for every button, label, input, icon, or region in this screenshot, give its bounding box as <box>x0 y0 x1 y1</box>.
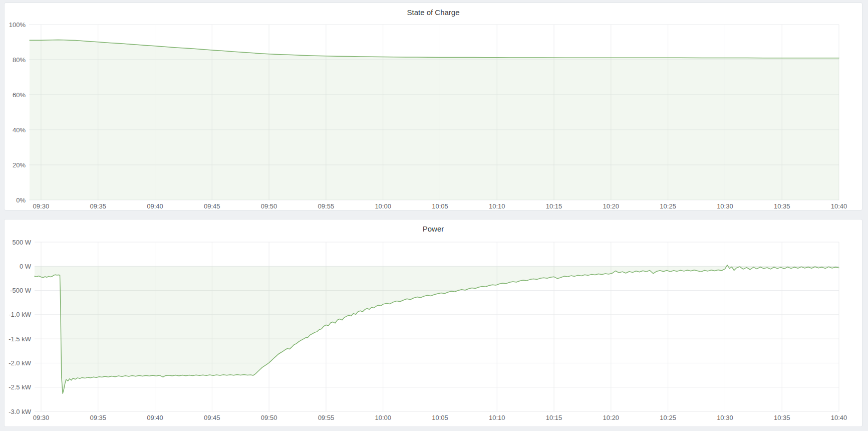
svg-text:-1.5 kW: -1.5 kW <box>9 335 32 343</box>
svg-text:10:05: 10:05 <box>432 414 448 421</box>
svg-text:10:20: 10:20 <box>603 414 620 421</box>
x-axis-labels: 09:3009:3509:4009:4509:5009:5510:0010:05… <box>33 414 847 421</box>
panel-title-power[interactable]: Power <box>5 225 862 233</box>
svg-text:10:35: 10:35 <box>774 414 790 421</box>
y-axis-labels: 100%80%60%40%20%0% <box>9 21 26 204</box>
svg-text:09:40: 09:40 <box>147 414 163 421</box>
svg-text:-500 W: -500 W <box>10 287 32 294</box>
panel-power: Power 500 W0 W-500 W-1.0 kW-1.5 kW-2.0 k… <box>4 219 862 427</box>
svg-text:10:10: 10:10 <box>489 202 505 210</box>
svg-text:09:50: 09:50 <box>261 202 277 210</box>
panel-title-state-of-charge[interactable]: State of Charge <box>5 8 862 17</box>
svg-text:10:05: 10:05 <box>432 202 448 210</box>
svg-text:-2.5 kW: -2.5 kW <box>9 383 32 391</box>
dashboard: State of Charge 100%80%60%40%20%0%09:300… <box>0 0 868 431</box>
svg-text:10:15: 10:15 <box>546 414 562 421</box>
svg-text:10:30: 10:30 <box>717 202 733 210</box>
svg-text:100%: 100% <box>9 21 26 29</box>
svg-text:10:30: 10:30 <box>717 414 733 421</box>
svg-text:09:30: 09:30 <box>33 414 50 421</box>
svg-text:80%: 80% <box>13 56 26 64</box>
state-of-charge-chart[interactable]: 100%80%60%40%20%0%09:3009:3509:4009:4509… <box>5 3 862 210</box>
svg-text:10:25: 10:25 <box>660 414 676 421</box>
svg-text:10:40: 10:40 <box>831 202 847 210</box>
svg-text:09:40: 09:40 <box>147 202 163 210</box>
svg-text:10:25: 10:25 <box>660 202 676 210</box>
svg-text:0%: 0% <box>16 196 26 204</box>
svg-text:09:50: 09:50 <box>261 414 277 421</box>
svg-text:40%: 40% <box>13 126 26 134</box>
svg-text:10:00: 10:00 <box>375 414 391 421</box>
svg-text:09:55: 09:55 <box>318 202 335 210</box>
svg-text:-2.0 kW: -2.0 kW <box>9 359 32 367</box>
series-fill <box>35 265 839 393</box>
svg-text:10:15: 10:15 <box>546 202 562 210</box>
svg-text:10:40: 10:40 <box>831 414 847 421</box>
svg-text:10:00: 10:00 <box>375 202 391 210</box>
svg-text:60%: 60% <box>13 91 26 99</box>
panel-state-of-charge: State of Charge 100%80%60%40%20%0%09:300… <box>4 3 862 210</box>
svg-text:09:45: 09:45 <box>204 414 220 421</box>
svg-text:09:35: 09:35 <box>90 414 106 421</box>
svg-text:09:55: 09:55 <box>318 414 335 421</box>
svg-text:-3.0 kW: -3.0 kW <box>9 408 32 415</box>
svg-text:20%: 20% <box>13 161 26 169</box>
x-axis-labels: 09:3009:3509:4009:4509:5009:5510:0010:05… <box>33 202 847 210</box>
power-chart[interactable]: 500 W0 W-500 W-1.0 kW-1.5 kW-2.0 kW-2.5 … <box>5 220 862 426</box>
series-fill <box>30 40 839 200</box>
svg-text:09:30: 09:30 <box>33 202 50 210</box>
svg-text:0 W: 0 W <box>20 263 32 270</box>
svg-text:10:10: 10:10 <box>489 414 505 421</box>
svg-text:500 W: 500 W <box>12 239 31 246</box>
svg-text:10:20: 10:20 <box>603 202 620 210</box>
svg-text:10:35: 10:35 <box>774 202 790 210</box>
svg-text:09:35: 09:35 <box>90 202 106 210</box>
svg-text:09:45: 09:45 <box>204 202 220 210</box>
y-axis-labels: 500 W0 W-500 W-1.0 kW-1.5 kW-2.0 kW-2.5 … <box>9 239 32 415</box>
svg-text:-1.0 kW: -1.0 kW <box>9 311 32 318</box>
